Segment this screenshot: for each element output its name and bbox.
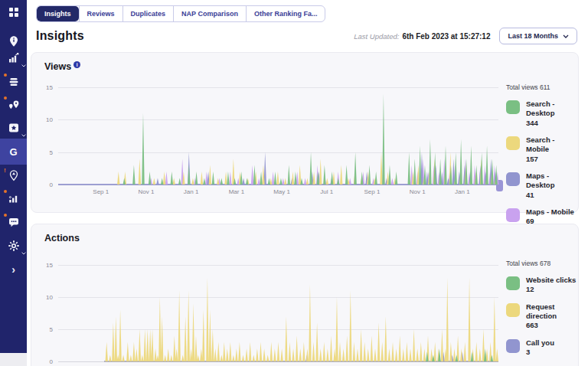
period-dropdown[interactable]: Last 18 Months — [499, 28, 577, 44]
page-header: Insights Last Updated:6th Feb 2023 at 15… — [36, 28, 577, 44]
grid-icon — [8, 6, 20, 18]
sidebar-item-settings[interactable] — [0, 234, 27, 257]
notification-dot — [4, 74, 7, 77]
sidebar-item-reports[interactable] — [0, 187, 27, 210]
signal-bars-icon — [8, 192, 20, 204]
y-axis-tick: 15 — [46, 84, 53, 91]
legend-swatch — [506, 303, 520, 317]
alert-icon: ! — [4, 168, 6, 174]
legend-item-request-direction: Request direction663 — [506, 302, 577, 331]
sidebar: G ! › — [0, 0, 27, 353]
map-pins-icon — [8, 99, 20, 111]
y-axis-tick: 15 — [46, 262, 53, 269]
x-axis-tick: Jan 1 — [184, 188, 199, 195]
views-card-title: Viewsi — [44, 61, 80, 72]
legend-item-maps-desktop: Maps - Desktop41 — [506, 172, 577, 200]
tab-reviews[interactable]: Reviews — [79, 6, 122, 21]
legend-item-search-mobile: Search - Mobile157 — [506, 136, 577, 164]
chart-bars — [58, 87, 498, 185]
x-axis-tick: Jan 1 — [455, 188, 470, 195]
legend-swatch — [506, 208, 520, 222]
views-plot: 151050Sep 1Nov 1Jan 1Mar 1May 1Jul 1Sep … — [58, 87, 498, 185]
actions-total: Total views 678 — [506, 260, 577, 267]
sidebar-item-rank-tracker[interactable]: ! — [0, 164, 27, 187]
x-axis-tick: Jul 1 — [320, 188, 333, 195]
notification-dot — [4, 190, 7, 193]
google-g-icon: G — [9, 146, 17, 158]
legend-swatch — [506, 276, 520, 290]
x-axis-tick: May 1 — [273, 188, 290, 195]
layers-icon — [8, 76, 20, 88]
views-card: Viewsi 151050Sep 1Nov 1Jan 1Mar 1May 1Ju… — [31, 52, 579, 213]
chat-icon — [8, 216, 20, 228]
y-axis-tick: 10 — [46, 294, 53, 301]
y-axis-tick: 0 — [50, 358, 53, 365]
y-axis-tick: 0 — [50, 181, 53, 188]
actions-card-title: Actions — [44, 233, 80, 243]
chevron-down-icon — [21, 57, 26, 70]
gear-icon — [8, 240, 20, 252]
notification-dot — [4, 214, 7, 217]
legend-item-search-desktop: Search - Desktop344 — [506, 100, 577, 128]
last-updated-value: 6th Feb 2023 at 15:27:12 — [402, 32, 490, 41]
tab-insights[interactable]: Insights — [37, 6, 79, 21]
sidebar-item-google[interactable]: G — [0, 139, 27, 165]
x-axis-tick: Nov 1 — [139, 188, 155, 195]
last-updated: Last Updated:6th Feb 2023 at 15:27:12 — [354, 32, 490, 41]
sidebar-item-apps[interactable] — [0, 1, 27, 24]
legend-swatch — [506, 100, 520, 114]
last-updated-label: Last Updated: — [354, 32, 399, 41]
sidebar-item-local-maps[interactable] — [0, 93, 27, 116]
info-icon[interactable]: i — [74, 61, 80, 68]
legend-item-call-you: Call you3 — [506, 338, 577, 358]
actions-legend: Total views 678 Website clicks12 Request… — [506, 260, 577, 364]
chart-bars — [58, 265, 498, 361]
sidebar-expand-button[interactable]: › — [0, 258, 27, 281]
actions-card: Actions 151050 Total views 678 Website c… — [31, 224, 579, 366]
x-axis-tick: Sep 1 — [93, 188, 109, 195]
sidebar-item-messages[interactable] — [0, 211, 27, 234]
y-axis-tick: 5 — [50, 149, 53, 155]
notification-dot — [4, 96, 7, 100]
location-pin-icon — [8, 35, 20, 47]
period-dropdown-label: Last 18 Months — [508, 32, 558, 40]
views-legend: Total views 611 Search - Desktop344 Sear… — [506, 83, 577, 234]
sidebar-item-media[interactable] — [0, 116, 27, 139]
chevron-down-icon — [21, 244, 26, 258]
actions-plot: 151050 — [58, 265, 498, 361]
x-axis-tick: Nov 1 — [410, 188, 426, 195]
legend-swatch — [506, 136, 520, 150]
x-axis-tick: Mar 1 — [229, 188, 244, 195]
x-axis-tick: Sep 1 — [364, 188, 381, 195]
tab-nap-comparison[interactable]: NAP Comparison — [173, 6, 246, 21]
legend-swatch — [506, 172, 520, 186]
views-total: Total views 611 — [506, 83, 577, 91]
y-axis-tick: 5 — [50, 326, 53, 333]
sidebar-item-analytics[interactable] — [0, 47, 27, 70]
sidebar-footer — [0, 353, 27, 366]
chevron-right-icon: › — [11, 264, 15, 275]
navigation-pin-icon — [8, 169, 20, 181]
legend-item-website-clicks: Website clicks12 — [506, 276, 577, 295]
tab-bar: Insights Reviews Duplicates NAP Comparis… — [36, 5, 325, 22]
legend-swatch — [506, 339, 520, 353]
main-content: Insights Reviews Duplicates NAP Comparis… — [27, 0, 588, 366]
bar-chart-icon — [8, 52, 20, 64]
tab-duplicates[interactable]: Duplicates — [122, 6, 174, 21]
y-axis-tick: 10 — [46, 116, 53, 123]
tab-other-ranking[interactable]: Other Ranking Fa... — [246, 6, 325, 21]
sidebar-item-listings[interactable] — [0, 70, 27, 93]
chevron-down-icon — [563, 34, 569, 38]
media-star-icon — [8, 122, 20, 134]
page-title: Insights — [36, 29, 84, 43]
